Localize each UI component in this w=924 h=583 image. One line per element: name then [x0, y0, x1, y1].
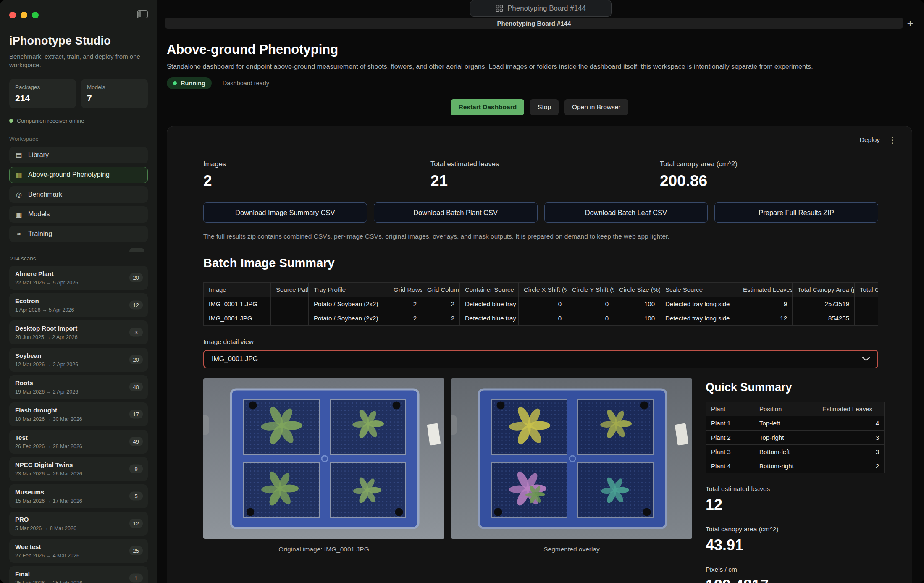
quick-summary-header-row: Plant Position Estimated Leaves: [706, 402, 885, 416]
quick-summary-row: Plant 1 Top-left 4: [706, 416, 885, 431]
zoom-window-button[interactable]: [32, 12, 39, 18]
training-wave-icon: ≈: [15, 230, 23, 238]
scan-count-badge: 3: [129, 328, 143, 337]
total-estimated-leaves-label: Total estimated leaves: [706, 485, 885, 493]
image-detail-view-label: Image detail view: [203, 338, 878, 346]
tab-title: Phenotyping Board #144: [497, 20, 571, 27]
sidebar-item-benchmark[interactable]: ◎ Benchmark: [9, 186, 148, 203]
prepare-full-results-zip-button[interactable]: Prepare Full Results ZIP: [714, 202, 878, 223]
total-canopy-area-label: Total canopy area (cm^2): [706, 525, 885, 533]
quick-summary-heading: Quick Summary: [706, 381, 885, 394]
page-content: Above-ground Phenotyping Standalone dash…: [158, 29, 924, 583]
batch-table-wrap: Image Source Path Tray Profile Grid Rows…: [203, 282, 878, 326]
batch-image-summary-table: Image Source Path Tray Profile Grid Rows…: [203, 282, 878, 326]
sidebar-stats: Packages 214 Models 7: [9, 79, 148, 108]
scan-item[interactable]: Flash drought 10 Mar 2026 → 30 Mar 2026 …: [9, 402, 148, 426]
dashboard-actions: Restart Dashboard Stop Open in Browser: [167, 99, 912, 115]
packages-stat-card: Packages 214: [9, 79, 76, 108]
scan-count-badge: 25: [129, 546, 143, 555]
batch-table-row[interactable]: IMG_0001 1.JPG Potato / Soybean (2x2) 2 …: [204, 297, 879, 311]
scan-item[interactable]: Desktop Root Import 20 Jun 2025 → 2 Apr …: [9, 320, 148, 344]
traffic-lights: [9, 12, 39, 18]
deploy-button[interactable]: Deploy: [860, 136, 880, 144]
sidebar-item-training[interactable]: ≈ Training: [9, 226, 148, 242]
sidebar-item-models[interactable]: ▣ Models: [9, 206, 148, 223]
chevron-down-icon: [862, 357, 870, 361]
board-grid-icon: [496, 5, 503, 12]
image-detail-select[interactable]: IMG_0001.JPG: [203, 350, 878, 368]
scan-item[interactable]: Test 26 Feb 2026 → 28 Mar 2026 49: [9, 430, 148, 454]
sidebar-item-library[interactable]: ▤ Library: [9, 147, 148, 163]
batch-image-summary-heading: Batch Image Summary: [203, 256, 878, 270]
zip-note: The full results zip contains combined C…: [203, 233, 878, 240]
nav-label: Models: [28, 210, 50, 218]
page-description: Standalone dashboard for endpoint above-…: [167, 63, 912, 71]
quick-summary-row: Plant 4 Bottom-right 2: [706, 459, 885, 473]
scan-item[interactable]: Roots 19 Mar 2026 → 2 Apr 2026 40: [9, 375, 148, 399]
quick-summary-panel: Quick Summary Plant Position Estimated L…: [706, 378, 885, 583]
quick-summary-table: Plant Position Estimated Leaves Plant 1 …: [706, 402, 885, 473]
sidebar-item-above-ground-phenotyping[interactable]: ▦ Above-ground Phenotyping: [9, 167, 148, 183]
metric-total-canopy: Total canopy area (cm^2) 200.86: [660, 160, 878, 190]
download-batch-leaf-csv-button[interactable]: Download Batch Leaf CSV: [544, 202, 708, 223]
running-dot-icon: [173, 81, 177, 85]
download-batch-plant-csv-button[interactable]: Download Batch Plant CSV: [374, 202, 538, 223]
scan-count-badge: 40: [129, 383, 143, 391]
kebab-menu-icon[interactable]: ⋮: [888, 135, 897, 145]
sidebar: iPhonotype Studio Benchmark, extract, tr…: [0, 0, 158, 583]
scan-item[interactable]: Final 25 Feb 2026 → 25 Feb 2026 1: [9, 566, 148, 583]
restart-dashboard-button[interactable]: Restart Dashboard: [451, 99, 524, 115]
quick-summary-row: Plant 2 Top-right 3: [706, 431, 885, 445]
original-image-caption: Original image: IMG_0001.JPG: [203, 546, 444, 553]
stop-button[interactable]: Stop: [530, 99, 559, 115]
close-window-button[interactable]: [9, 12, 16, 18]
window-title-pill[interactable]: Phenotyping Board #144: [470, 0, 612, 17]
total-estimated-leaves-value: 12: [706, 496, 885, 514]
pixels-per-cm-value: 139.4817: [706, 577, 885, 583]
scan-item[interactable]: NPEC Digital Twins 23 Mar 2026 → 26 Mar …: [9, 457, 148, 481]
scan-count-badge: 12: [129, 301, 143, 310]
pixels-per-cm-label: Pixels / cm: [706, 566, 885, 573]
scan-count-badge: 20: [129, 355, 143, 364]
overlay-image-caption: Segmented overlay: [451, 546, 692, 553]
new-tab-button[interactable]: +: [903, 18, 917, 29]
main-area: Phenotyping Board #144 Phenotyping Board…: [158, 0, 924, 583]
benchmark-gauge-icon: ◎: [15, 191, 23, 199]
scan-item[interactable]: Museums 15 Mar 2026 → 17 Mar 2026 5: [9, 484, 148, 508]
batch-table-row[interactable]: IMG_0001.JPG Potato / Soybean (2x2) 2 2 …: [204, 311, 879, 326]
scan-count-badge: 9: [129, 465, 143, 473]
nav-label: Above-ground Phenotyping: [28, 171, 110, 179]
scan-item[interactable]: Wee test 27 Feb 2026 → 4 Mar 2026 25: [9, 539, 148, 563]
scan-count-badge: 49: [129, 437, 143, 446]
total-canopy-area-value: 43.91: [706, 536, 885, 554]
minimize-window-button[interactable]: [21, 12, 27, 18]
workspace-nav: ▤ Library ▦ Above-ground Phenotyping ◎ B…: [9, 147, 148, 242]
dashboard-ready-text: Dashboard ready: [223, 80, 269, 87]
scan-item[interactable]: Ecotron 1 Apr 2026 → 5 Apr 2026 12: [9, 293, 148, 317]
scan-item-clipped: [9, 248, 148, 252]
deploy-row: Deploy ⋮: [860, 135, 897, 145]
status-row: Running Dashboard ready: [167, 77, 912, 89]
sidebar-toggle-icon[interactable]: [137, 10, 148, 20]
dashboard-card: Deploy ⋮ Images 2 Total estimated leaves…: [167, 126, 912, 583]
scan-item[interactable]: PRO 5 Mar 2026 → 8 Mar 2026 12: [9, 512, 148, 536]
original-tray-image: [203, 378, 444, 539]
metric-total-leaves: Total estimated leaves 21: [430, 160, 660, 190]
tabstrip-row: Phenotyping Board #144 +: [165, 18, 917, 29]
nav-label: Benchmark: [28, 191, 62, 198]
app-window: iPhonotype Studio Benchmark, extract, tr…: [0, 0, 924, 583]
scan-count-badge: 1: [129, 574, 143, 583]
receiver-status: Companion receiver online: [9, 118, 148, 124]
open-in-browser-button[interactable]: Open in Browser: [564, 99, 628, 115]
download-buttons-row: Download Image Summary CSV Download Batc…: [203, 202, 878, 223]
scan-item[interactable]: Almere Plant 22 Mar 2026 → 5 Apr 2026 20: [9, 266, 148, 290]
download-image-summary-csv-button[interactable]: Download Image Summary CSV: [203, 202, 367, 223]
batch-table-header-row: Image Source Path Tray Profile Grid Rows…: [204, 283, 879, 297]
scan-item[interactable]: Soybean 12 Mar 2026 → 2 Apr 2026 20: [9, 348, 148, 372]
models-label: Models: [87, 84, 142, 90]
tab-phenotyping-board[interactable]: Phenotyping Board #144: [165, 18, 903, 29]
packages-label: Packages: [15, 84, 70, 90]
phenotyping-grid-icon: ▦: [15, 171, 23, 179]
page-title: Above-ground Phenotyping: [167, 42, 912, 57]
packages-value: 214: [15, 93, 70, 103]
